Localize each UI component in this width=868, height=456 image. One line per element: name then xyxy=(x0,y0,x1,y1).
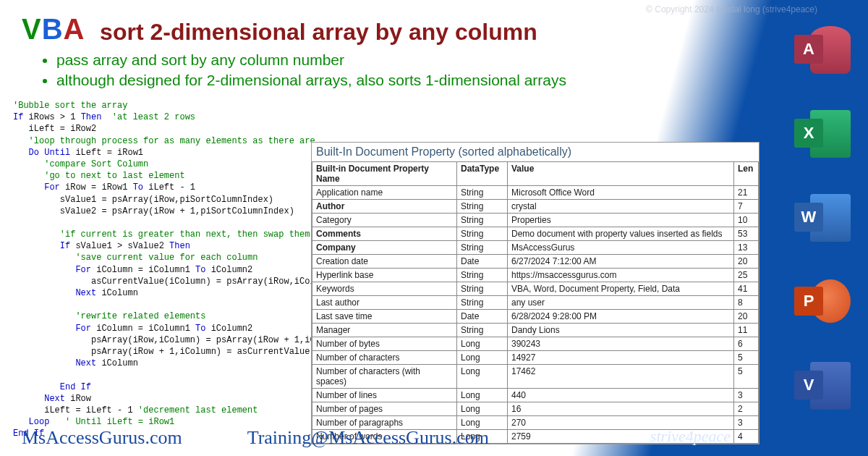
footer-site: MsAccessGurus.com xyxy=(22,427,182,449)
code-line: If sValue1 > sValue2 Then xyxy=(13,240,337,252)
cell-len: 5 xyxy=(734,351,759,365)
cell-type: String xyxy=(457,214,508,227)
code-line: sValue1 = psArray(iRow,piSortColumnIndex… xyxy=(13,194,337,206)
app-icon-letter: W xyxy=(794,203,823,232)
cell-type: Date xyxy=(457,255,508,269)
code-line: iLeft = iRow2 xyxy=(13,123,337,135)
bullet-list: pass array and sort by any column number… xyxy=(22,50,673,91)
cell-value: Microsoft Office Word xyxy=(508,186,734,200)
code-line: 'save current value for each column xyxy=(13,252,337,263)
cell-type: Long xyxy=(457,337,508,351)
code-line: psArray(iRow + 1,iColumn) = asCurrentVal… xyxy=(13,346,337,358)
code-line: 'Bubble sort the array xyxy=(13,100,337,111)
app-icons-column: AXWPV xyxy=(794,22,851,414)
column-header-len: Len xyxy=(734,162,759,186)
vba-letter-b: B xyxy=(42,13,64,45)
cell-name: Company xyxy=(312,241,457,255)
app-icon-letter: X xyxy=(794,119,823,148)
vba-logo: VBA xyxy=(22,13,93,45)
cell-type: Long xyxy=(457,351,508,365)
cell-type: String xyxy=(457,241,508,255)
app-icon-letter: A xyxy=(794,35,823,64)
code-line: For iColumn = iColumn1 To iColumn2 xyxy=(13,264,337,276)
column-header-value: Value xyxy=(508,162,734,186)
cell-name: Last save time xyxy=(312,310,457,324)
cell-name: Category xyxy=(312,214,457,227)
vba-letter-a: A xyxy=(64,13,84,45)
header: VBA sort 2-dimensional array by any colu… xyxy=(22,13,673,91)
cell-name: Creation date xyxy=(312,255,457,269)
access-icon: A xyxy=(794,22,851,78)
cell-type: String xyxy=(457,324,508,337)
document-property-panel: Built-In Document Property (sorted alpha… xyxy=(311,142,760,444)
cell-name: Comments xyxy=(312,227,457,241)
cell-type: Long xyxy=(457,402,508,416)
column-header-type: DataType xyxy=(457,162,508,186)
code-line: 'compare Sort Column xyxy=(13,159,337,170)
cell-type: Long xyxy=(457,365,508,389)
cell-len: 5 xyxy=(734,365,759,389)
cell-len: 2 xyxy=(734,402,759,416)
code-line: Next iColumn xyxy=(13,358,337,369)
cell-len: 20 xyxy=(734,310,759,324)
cell-value: 440 xyxy=(508,389,734,402)
code-line: 'rewrite related elements xyxy=(13,311,337,322)
cell-len: 25 xyxy=(734,269,759,282)
ppt-icon: P xyxy=(794,274,851,330)
code-line: asCurrentValue(iColumn) = psArray(iRow,i… xyxy=(13,276,337,287)
cell-len: 3 xyxy=(734,389,759,402)
cell-value: 16 xyxy=(508,402,734,416)
cell-name: Manager xyxy=(312,324,457,337)
table-row: Number of characters (with spaces)Long17… xyxy=(312,365,759,389)
cell-len: 41 xyxy=(734,282,759,296)
column-header-name: Built-in Document Property Name xyxy=(312,162,457,186)
cell-name: Number of lines xyxy=(312,389,457,402)
cell-value: 390243 xyxy=(508,337,734,351)
word-icon: W xyxy=(794,190,851,246)
cell-value: https://msaccessgurus.com xyxy=(508,269,734,282)
table-row: AuthorStringcrystal7 xyxy=(312,200,759,214)
cell-name: Hyperlink base xyxy=(312,269,457,282)
cell-value: 14927 xyxy=(508,351,734,365)
code-line xyxy=(13,369,337,381)
table-row: CategoryStringProperties10 xyxy=(312,214,759,227)
code-line xyxy=(13,217,337,229)
cell-len: 6 xyxy=(734,337,759,351)
footer-email: Training@MsAccessGurus.com xyxy=(247,427,489,449)
cell-value: any user xyxy=(508,296,734,310)
document-property-table: Built-in Document Property Name DataType… xyxy=(312,161,759,444)
table-row: CommentsStringDemo document with propert… xyxy=(312,227,759,241)
table-header-row: Built-in Document Property Name DataType… xyxy=(312,162,759,186)
app-icon-letter: P xyxy=(794,287,823,316)
table-row: Last authorStringany user8 xyxy=(312,296,759,310)
code-line: Loop ' Until iLeft = iRow1 xyxy=(13,416,337,428)
table-row: Number of pagesLong162 xyxy=(312,402,759,416)
code-line xyxy=(13,299,337,311)
table-row: Last save timeDate6/28/2024 9:28:00 PM20 xyxy=(312,310,759,324)
app-icon-letter: V xyxy=(794,371,823,400)
code-line: Next iRow xyxy=(13,393,337,405)
cell-len: 53 xyxy=(734,227,759,241)
cell-len: 21 xyxy=(734,186,759,200)
code-line: sValue2 = psArray(iRow + 1,piSortColumnI… xyxy=(13,206,337,217)
cell-value: 6/28/2024 9:28:00 PM xyxy=(508,310,734,324)
cell-len: 4 xyxy=(734,430,759,444)
cell-len: 10 xyxy=(734,214,759,227)
table-caption: Built-In Document Property (sorted alpha… xyxy=(312,143,759,161)
code-line: 'if current is greater than next, then s… xyxy=(13,229,337,240)
cell-type: String xyxy=(457,200,508,214)
code-line: Next iColumn xyxy=(13,287,337,299)
bullet-item: pass array and sort by any column number xyxy=(56,50,673,70)
cell-value: 6/27/2024 7:12:00 AM xyxy=(508,255,734,269)
table-row: Number of linesLong4403 xyxy=(312,389,759,402)
cell-type: String xyxy=(457,186,508,200)
cell-len: 8 xyxy=(734,296,759,310)
cell-name: Application name xyxy=(312,186,457,200)
cell-name: Number of characters (with spaces) xyxy=(312,365,457,389)
cell-value: MsAccessGurus xyxy=(508,241,734,255)
code-line: 'loop through process for as many elemen… xyxy=(13,135,337,147)
table-row: Number of bytesLong3902436 xyxy=(312,337,759,351)
footer: MsAccessGurus.com Training@MsAccessGurus… xyxy=(22,427,709,449)
cell-value: Properties xyxy=(508,214,734,227)
cell-len: 7 xyxy=(734,200,759,214)
